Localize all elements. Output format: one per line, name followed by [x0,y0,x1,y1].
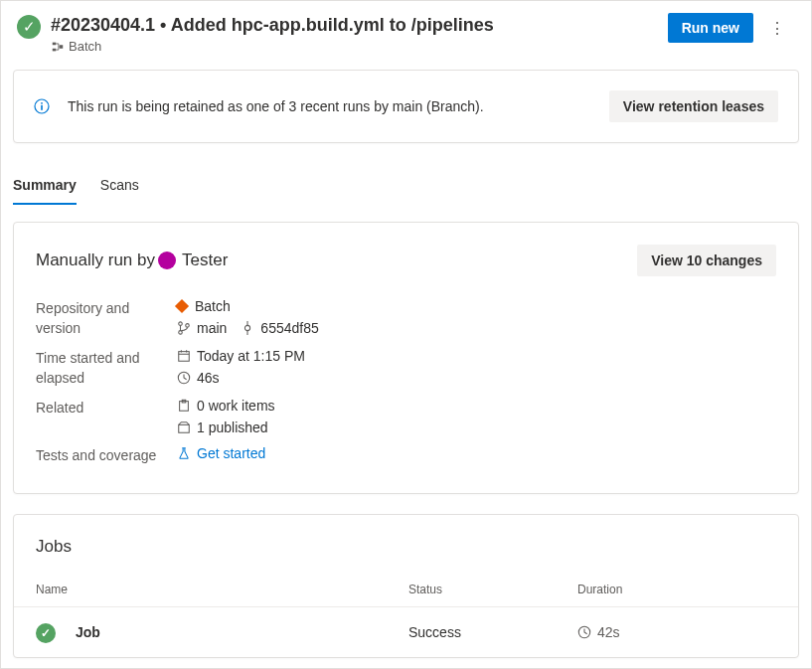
tabs: Summary Scans [13,171,799,206]
job-status-success-icon: ✓ [36,623,56,643]
commit-link[interactable]: 6554df85 [260,320,318,336]
tab-summary[interactable]: Summary [13,171,77,205]
svg-rect-2 [60,45,64,49]
time-label: Time started and elapsed [36,348,169,388]
info-icon [34,98,50,114]
work-items-icon [177,399,191,413]
pipeline-name: Batch [69,39,101,54]
job-duration: 42s [597,624,620,640]
tab-scans[interactable]: Scans [100,171,139,205]
run-info-card: Manually run by Tester View 10 changes R… [13,222,799,494]
work-items-text: 0 work items [197,398,275,414]
svg-point-9 [245,325,250,330]
jobs-table-header: Name Status Duration [14,573,798,607]
run-new-button[interactable]: Run new [668,13,753,43]
flask-icon [177,446,191,460]
published-link[interactable]: 1 published [197,419,268,435]
jobs-heading: Jobs [14,515,798,573]
col-status: Status [408,583,577,596]
checkmark-icon: ✓ [23,18,36,36]
time-elapsed: 46s [197,370,220,386]
run-info-title: Manually run by Tester [36,251,637,270]
svg-rect-12 [179,352,190,362]
branch-link[interactable]: main [197,320,227,336]
checkmark-icon: ✓ [41,626,51,640]
run-by-prefix: Manually run by [36,251,155,270]
svg-rect-5 [41,105,43,110]
svg-point-6 [179,322,183,326]
retention-message: This run is being retained as one of 3 r… [68,98,609,114]
job-row[interactable]: ✓ Job Success 42s [14,607,798,657]
pipeline-icon [51,40,65,54]
repo-link[interactable]: Batch [177,298,776,314]
page-title: #20230404.1 • Added hpc-app.build.yml to… [51,13,656,37]
branch-icon [177,321,191,335]
view-changes-button[interactable]: View 10 changes [637,245,776,276]
repo-icon [175,299,189,313]
clock-icon [577,625,591,639]
svg-rect-0 [53,42,57,45]
clock-icon [177,371,191,385]
svg-rect-1 [53,48,57,51]
related-label: Related [36,398,169,435]
commit-icon [241,321,254,335]
retention-banner: This run is being retained as one of 3 r… [13,70,799,143]
jobs-card: Jobs Name Status Duration ✓ Job Success … [13,514,799,658]
calendar-icon [177,349,191,363]
more-actions-button[interactable]: ⋮ [759,13,795,44]
job-status: Success [408,624,577,640]
tests-label: Tests and coverage [36,445,169,465]
status-success-icon: ✓ [17,15,41,39]
svg-point-7 [179,331,183,335]
job-name: Job [76,624,100,640]
svg-rect-19 [179,424,190,432]
view-retention-button[interactable]: View retention leases [609,90,778,122]
avatar [158,251,176,269]
col-duration: Duration [577,583,776,596]
artifact-icon [177,420,191,434]
get-started-link[interactable]: Get started [197,445,265,461]
pipeline-breadcrumb[interactable]: Batch [51,39,656,54]
kebab-icon: ⋮ [769,20,785,37]
svg-point-8 [186,324,190,328]
repo-name: Batch [195,298,231,314]
svg-point-4 [41,102,43,104]
run-by-user: Tester [182,251,228,270]
repo-version-label: Repository and version [36,298,169,338]
time-started: Today at 1:15 PM [197,348,305,364]
col-name: Name [36,583,408,596]
